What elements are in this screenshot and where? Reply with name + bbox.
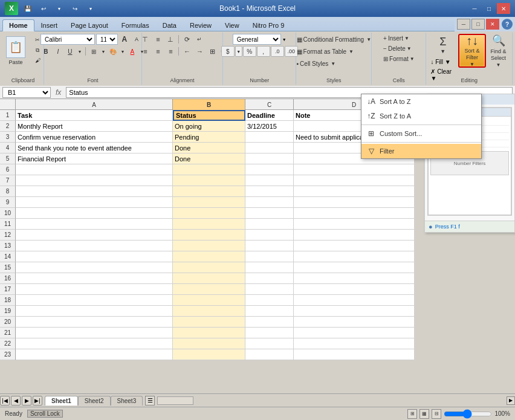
sheet-nav-prev[interactable]: ◀ <box>11 396 21 405</box>
cell-a22[interactable] <box>16 338 173 349</box>
cell-d13[interactable] <box>294 241 415 251</box>
row-num-11[interactable]: 11 <box>0 219 16 230</box>
inner-minimize-btn[interactable]: ─ <box>457 19 470 30</box>
row-num-10[interactable]: 10 <box>0 208 16 219</box>
cell-c5[interactable] <box>245 153 294 164</box>
sheet-tab-sheet1[interactable]: Sheet1 <box>45 396 78 405</box>
indent-inc-btn[interactable]: → <box>193 46 206 57</box>
cell-b16[interactable] <box>173 273 245 284</box>
font-name-select[interactable]: Calibri <box>40 34 95 45</box>
cell-d9[interactable] <box>294 197 415 208</box>
sheet-tab-sheet2[interactable]: Sheet2 <box>78 396 111 405</box>
cell-a15[interactable] <box>16 262 173 273</box>
cell-d18[interactable] <box>294 295 415 306</box>
currency-dropdown[interactable]: ▼ <box>235 46 242 57</box>
row-num-5[interactable]: 5 <box>0 153 16 164</box>
undo-dropdown[interactable]: ▼ <box>53 3 65 14</box>
align-middle-btn[interactable]: ≡ <box>152 34 164 45</box>
cell-d20[interactable] <box>294 317 415 328</box>
help-panel-footer[interactable]: ● Press F1 f <box>425 221 514 232</box>
comma-btn[interactable]: , <box>257 46 270 57</box>
cell-b9[interactable] <box>173 197 245 208</box>
cell-b15[interactable] <box>173 262 245 273</box>
cell-c12[interactable] <box>245 230 294 241</box>
cell-b8[interactable] <box>173 186 245 197</box>
cell-a8[interactable] <box>16 186 173 197</box>
indent-dec-btn[interactable]: ← <box>181 46 193 57</box>
insert-cells-btn[interactable]: + Insert ▼ <box>380 34 412 43</box>
cell-b11[interactable] <box>173 219 245 230</box>
delete-cells-btn[interactable]: − Delete ▼ <box>380 44 415 53</box>
cell-a1[interactable]: Task <box>16 110 173 121</box>
cell-a13[interactable] <box>16 241 173 251</box>
align-top-btn[interactable]: ⊤ <box>139 34 151 45</box>
format-as-table-btn[interactable]: ▦ Format as Table ▼ <box>294 46 356 57</box>
cell-c3[interactable] <box>245 132 294 143</box>
cell-a19[interactable] <box>16 306 173 317</box>
cell-d19[interactable] <box>294 306 415 317</box>
tab-data[interactable]: Data <box>156 19 183 31</box>
currency-btn[interactable]: $ <box>221 46 235 57</box>
h-scrollbar[interactable] <box>157 396 504 405</box>
cell-a16[interactable] <box>16 273 173 284</box>
cell-c23[interactable] <box>245 349 294 360</box>
name-box[interactable]: B1 <box>2 87 51 98</box>
cell-a4[interactable]: Send thank you note to event attendee <box>16 143 173 153</box>
bold-button[interactable]: B <box>40 46 51 57</box>
wrap-text-btn[interactable]: ↵ <box>193 34 206 45</box>
paste-button[interactable]: 📋 Paste <box>2 34 29 68</box>
custom-sort-item[interactable]: ⊞ Custom Sort... <box>361 126 481 141</box>
autosum-btn[interactable]: Σ ▼ <box>433 34 453 56</box>
cell-c9[interactable] <box>245 197 294 208</box>
cell-c18[interactable] <box>245 295 294 306</box>
cell-a21[interactable] <box>16 328 173 338</box>
cell-d12[interactable] <box>294 230 415 241</box>
font-color-button[interactable]: A <box>127 46 138 57</box>
row-num-23[interactable]: 23 <box>0 349 16 360</box>
cell-d22[interactable] <box>294 338 415 349</box>
cell-c16[interactable] <box>245 273 294 284</box>
cell-c20[interactable] <box>245 317 294 328</box>
cell-b5[interactable]: Done <box>173 153 245 164</box>
cell-d17[interactable] <box>294 284 415 295</box>
row-num-1[interactable]: 1 <box>0 110 16 121</box>
inner-restore-btn[interactable]: □ <box>471 19 485 30</box>
cell-d7[interactable] <box>294 175 415 186</box>
tab-page-layout[interactable]: Page Layout <box>64 19 115 31</box>
window-close-btn[interactable]: ✕ <box>497 3 510 14</box>
tab-review[interactable]: Review <box>183 19 218 31</box>
percent-btn[interactable]: % <box>243 46 256 57</box>
cell-a18[interactable] <box>16 295 173 306</box>
cell-d14[interactable] <box>294 251 415 262</box>
row-num-4[interactable]: 4 <box>0 143 16 153</box>
row-num-6[interactable]: 6 <box>0 164 16 175</box>
conditional-formatting-btn[interactable]: ▦ Conditional Formatting ▼ <box>294 34 374 45</box>
merge-btn[interactable]: ⊞ <box>206 46 218 57</box>
tab-nitro[interactable]: Nitro Pro 9 <box>246 19 291 31</box>
font-size-select[interactable]: 11 <box>96 34 118 45</box>
cell-a5[interactable]: Financial Report <box>16 153 173 164</box>
cell-b13[interactable] <box>173 241 245 251</box>
format-cells-btn[interactable]: ⊞ Format ▼ <box>380 54 418 63</box>
align-bottom-btn[interactable]: ⊥ <box>164 34 177 45</box>
cell-a12[interactable] <box>16 230 173 241</box>
cell-b3[interactable]: Pending <box>173 132 245 143</box>
row-num-12[interactable]: 12 <box>0 230 16 241</box>
view-layout-btn[interactable]: ▦ <box>419 409 429 419</box>
align-center-btn[interactable]: ≡ <box>152 46 164 57</box>
cell-c14[interactable] <box>245 251 294 262</box>
find-select-btn[interactable]: 🔍 Find &Select ▼ <box>487 34 510 68</box>
increase-decimal-btn[interactable]: .0 <box>271 46 284 57</box>
cell-b23[interactable] <box>173 349 245 360</box>
cell-a10[interactable] <box>16 208 173 219</box>
cell-c13[interactable] <box>245 241 294 251</box>
row-num-9[interactable]: 9 <box>0 197 16 208</box>
cell-c21[interactable] <box>245 328 294 338</box>
cell-c7[interactable] <box>245 175 294 186</box>
customize-quick[interactable]: ▼ <box>85 3 97 14</box>
tab-insert[interactable]: Insert <box>34 19 65 31</box>
cell-d11[interactable] <box>294 219 415 230</box>
row-num-20[interactable]: 20 <box>0 317 16 328</box>
cell-a2[interactable]: Monthly Report <box>16 121 173 132</box>
cell-b20[interactable] <box>173 317 245 328</box>
